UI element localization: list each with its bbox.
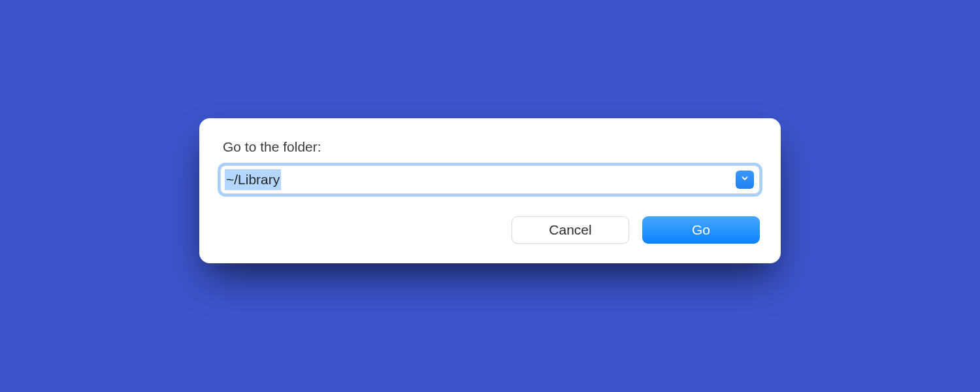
go-to-folder-dialog: Go to the folder: ~/Library Cancel Go: [199, 118, 781, 263]
cancel-button[interactable]: Cancel: [512, 216, 629, 244]
chevron-down-icon: [740, 174, 749, 186]
go-button[interactable]: Go: [642, 216, 760, 244]
history-dropdown-button[interactable]: [736, 171, 754, 189]
dialog-button-row: Cancel Go: [220, 216, 760, 244]
folder-path-input[interactable]: ~/Library: [220, 165, 760, 194]
dialog-label: Go to the folder:: [223, 139, 760, 155]
folder-path-value: ~/Library: [225, 169, 281, 190]
